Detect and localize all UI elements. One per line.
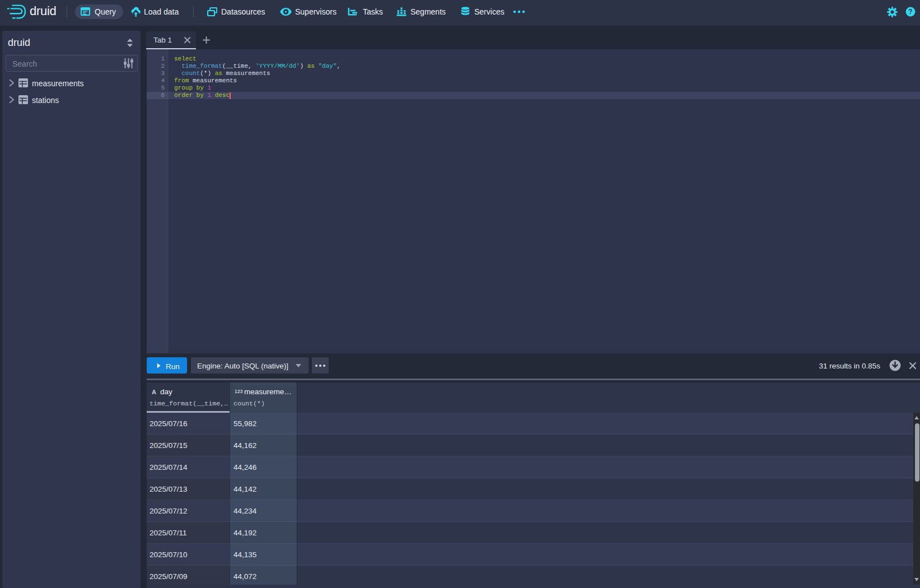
svg-text:?: ?: [908, 8, 912, 16]
